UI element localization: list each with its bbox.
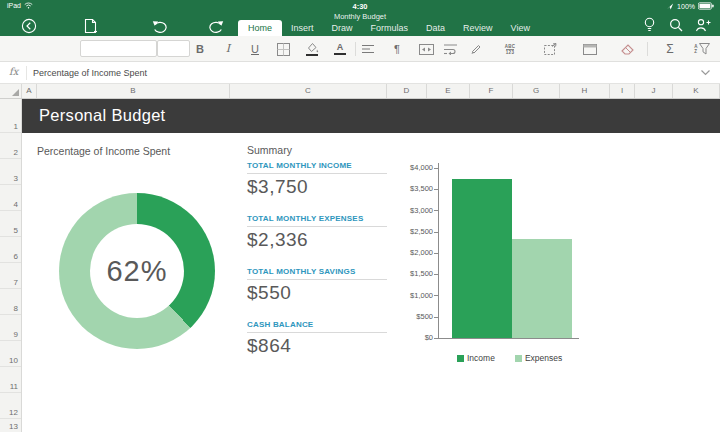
legend-item-expenses: Expenses (515, 353, 562, 363)
column-header-b[interactable]: B (37, 84, 230, 98)
sort-filter-icon[interactable]: A Z (690, 39, 714, 59)
italic-button[interactable]: I (216, 39, 240, 59)
tab-data[interactable]: Data (417, 20, 454, 36)
tab-view[interactable]: View (502, 20, 539, 36)
column-header-d[interactable]: D (387, 84, 427, 98)
column-header-k[interactable]: K (673, 84, 720, 98)
bar-plot-area (439, 168, 579, 338)
donut-center-label: 62% (106, 255, 167, 288)
align-icon[interactable] (356, 39, 380, 59)
row-header-7[interactable]: 7 (0, 263, 21, 289)
font-name-select[interactable] (80, 40, 157, 57)
lightbulb-icon[interactable] (640, 16, 658, 33)
location-arrow-icon (667, 3, 674, 10)
row-header-1[interactable]: 1 (0, 99, 21, 133)
bar-income (452, 179, 512, 338)
undo-button[interactable] (151, 17, 169, 34)
merge-center-icon[interactable] (414, 39, 438, 59)
donut-section-title-cell[interactable]: Percentage of Income Spent (37, 145, 170, 157)
borders-icon[interactable] (271, 39, 295, 59)
row-header-4[interactable]: 4 (0, 185, 21, 211)
row-header-12[interactable]: 12 (0, 393, 21, 419)
row-header-11[interactable]: 11 (0, 367, 21, 393)
row-headers: 1 2 3 4 5 6 7 8 9 10 11 12 13 (0, 99, 22, 432)
column-headers: A B C D E F G H I J K (0, 84, 720, 99)
status-right: 100% (667, 2, 714, 10)
fx-icon: fx (9, 66, 18, 77)
sheet-area: Personal Budget Percentage of Income Spe… (22, 99, 720, 432)
x-axis-line (434, 338, 579, 339)
insert-cells-icon[interactable] (538, 39, 562, 59)
summary-value: $2,336 (247, 229, 387, 251)
row-header-5[interactable]: 5 (0, 211, 21, 237)
cell-format-icon[interactable] (578, 39, 602, 59)
search-icon[interactable] (667, 16, 685, 33)
column-header-e[interactable]: E (427, 84, 470, 98)
bar-expenses (512, 239, 572, 338)
back-button[interactable] (20, 17, 38, 34)
summary-item-expenses[interactable]: TOTAL MONTHLY EXPENSES $2,336 (247, 214, 387, 251)
formatting-toolbar: B I U A ¶ ABC 123 Σ (0, 36, 720, 62)
fill-color-icon[interactable] (300, 39, 324, 59)
text-direction-icon[interactable]: ¶ (385, 39, 409, 59)
column-header-g[interactable]: G (513, 84, 560, 98)
column-header-j[interactable]: J (635, 84, 673, 98)
summary-item-savings[interactable]: TOTAL MONTHLY SAVINGS $550 (247, 267, 387, 304)
y-axis-tick-labels: $4,000 $3,500 $3,000 $2,500 $2,000 $1,50… (372, 163, 433, 343)
row-header-8[interactable]: 8 (0, 289, 21, 315)
column-header-f[interactable]: F (470, 84, 513, 98)
legend-swatch-income (457, 355, 464, 362)
sheet-title-cell[interactable]: Personal Budget (22, 99, 720, 133)
column-header-i[interactable]: I (610, 84, 635, 98)
summary-item-cash-balance[interactable]: CASH BALANCE $864 (247, 320, 387, 357)
tab-home[interactable]: Home (238, 20, 282, 36)
status-time: 4:30 (0, 2, 720, 11)
tab-insert[interactable]: Insert (282, 20, 323, 36)
summary-label: TOTAL MONTHLY EXPENSES (247, 214, 387, 227)
summary-value: $550 (247, 282, 387, 304)
battery-percent: 100% (677, 3, 695, 10)
battery-icon (698, 2, 714, 10)
legend-item-income: Income (457, 353, 495, 363)
summary-label: TOTAL MONTHLY SAVINGS (247, 267, 387, 280)
number-format-icon[interactable]: ABC 123 (498, 39, 522, 59)
file-button[interactable] (81, 17, 99, 34)
formula-expand-chevron-icon[interactable] (700, 69, 711, 77)
summary-item-income[interactable]: TOTAL MONTHLY INCOME $3,750 (247, 161, 387, 198)
bold-button[interactable]: B (188, 39, 212, 59)
row-header-10[interactable]: 10 (0, 341, 21, 367)
select-all-corner[interactable] (0, 84, 22, 98)
formula-input[interactable]: Percentage of Income Spent (33, 62, 673, 84)
appbar-right-icons (640, 16, 712, 33)
summary-value: $864 (247, 335, 387, 357)
tab-draw[interactable]: Draw (323, 20, 362, 36)
row-header-9[interactable]: 9 (0, 315, 21, 341)
chart-legend: Income Expenses (457, 353, 562, 363)
donut-hole: 62% (90, 224, 184, 318)
tab-formulas[interactable]: Formulas (362, 20, 418, 36)
row-header-13[interactable]: 13 (0, 419, 21, 432)
bar-chart[interactable]: $4,000 $3,500 $3,000 $2,500 $2,000 $1,50… (367, 154, 592, 369)
font-size-select[interactable] (157, 40, 190, 57)
row-header-3[interactable]: 3 (0, 159, 21, 185)
summary-value: $3,750 (247, 176, 387, 198)
app-bar: iPad 4:30 100% Monthly Budget Home Inser… (0, 0, 720, 36)
column-header-a[interactable]: A (22, 84, 37, 98)
share-person-icon[interactable] (694, 16, 712, 33)
row-header-6[interactable]: 6 (0, 237, 21, 263)
wrap-text-icon[interactable] (438, 39, 462, 59)
column-header-c[interactable]: C (230, 84, 387, 98)
select-all-triangle-icon (12, 89, 19, 96)
autosum-button[interactable]: Σ (658, 39, 682, 59)
pen-icon[interactable] (463, 39, 487, 59)
clear-eraser-icon[interactable] (615, 39, 639, 59)
tab-review[interactable]: Review (454, 20, 502, 36)
redo-button[interactable] (206, 17, 224, 34)
row-header-2[interactable]: 2 (0, 133, 21, 159)
donut-chart[interactable]: 62% (59, 193, 215, 349)
summary-label: CASH BALANCE (247, 320, 387, 333)
summary-title-cell[interactable]: Summary (247, 144, 292, 156)
underline-button[interactable]: U (243, 39, 267, 59)
column-header-h[interactable]: H (560, 84, 610, 98)
font-color-icon[interactable]: A (328, 39, 352, 59)
